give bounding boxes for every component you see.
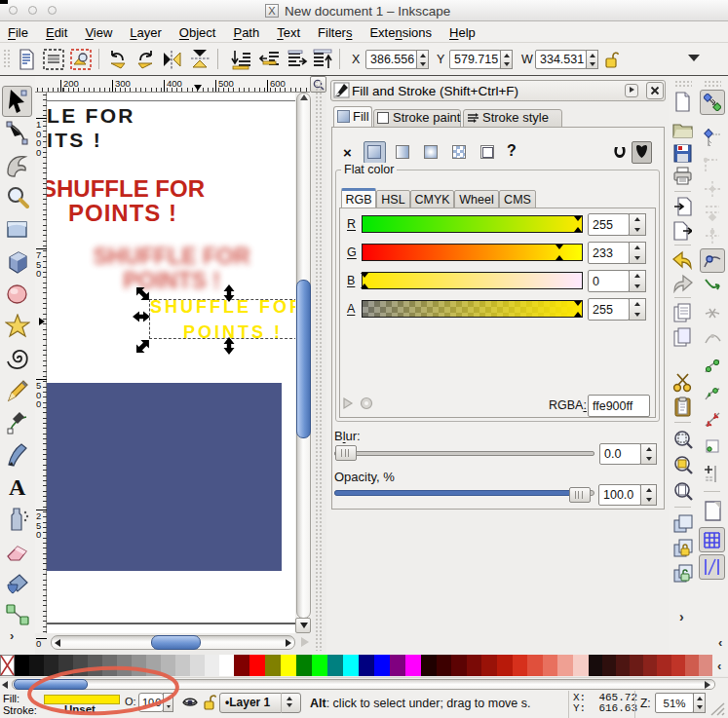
svg-text:A: A (9, 474, 26, 500)
